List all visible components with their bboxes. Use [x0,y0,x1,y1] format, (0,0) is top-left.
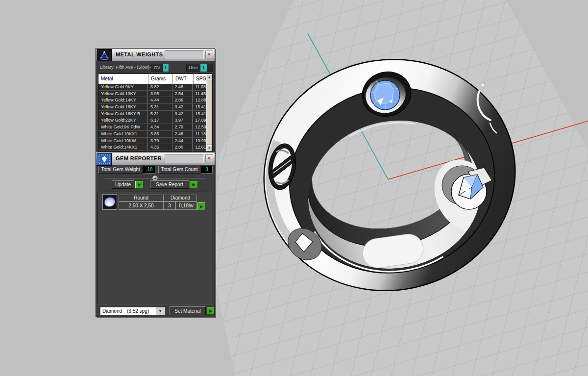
save-report-run-button[interactable]: ▶ [190,181,198,188]
user-toggle[interactable]: User I [186,64,213,72]
table-body: Yellow Gold:9KY 3.82 2.46 11.08 Yellow G… [98,84,206,151]
panel-title: GEM REPORTER [116,155,162,161]
metal-weights-panel: METAL WEIGHTS ✕ Library: Fifth Ave - (Sl… [96,48,215,153]
gem-reporter-titlebar[interactable]: GEM REPORTER ✕ [96,152,215,165]
table-row[interactable]: Yellow Gold:18KY 5.31 3.42 15.41 [98,104,206,111]
close-icon[interactable]: ✕ [205,50,213,58]
gem-reporter-icon [97,153,112,166]
close-icon[interactable]: ✕ [205,154,213,162]
metal-weights-table: Metal Grams DWT SPG Yellow Gold:9KY 3.82… [98,74,213,152]
material-dropdown[interactable]: Diamond(3,52 spg) ▼ [100,307,165,315]
table-row[interactable]: White Gold:9K PdW 4.34 2.79 12.59 [98,124,206,131]
dropdown-arrow-icon[interactable]: ▼ [156,307,164,315]
titlebar-inset [165,154,204,163]
save-report-button[interactable]: Save Report [150,180,189,189]
gem-row[interactable]: RoundDiamond 2,50 X 2,5030,18tw [119,195,197,210]
table-row[interactable]: Yellow Gold:18KY R... 5.31 3.42 15.41 [98,111,206,118]
gem-reporter-panel: GEM REPORTER ✕ Total Gem Weight ,18 Tota… [96,152,215,317]
table-row[interactable]: Yellow Gold:14KY 4.44 2.86 12.88 [98,97,206,104]
titlebar-inset [165,50,204,59]
set-material-button[interactable]: Set Material [170,306,206,315]
gv-toggle-indicator[interactable]: I [162,64,169,72]
total-gem-weight-label: Total Gem Weight [98,166,143,174]
total-gem-count-value: 3 [201,166,213,174]
column-header-dwt[interactable]: DWT [173,74,194,84]
scroll-down-icon[interactable]: ▼ [206,145,212,151]
scrollbar-thumb[interactable] [206,80,212,145]
panel-title: METAL WEIGHTS [116,51,163,57]
gem-weight: 0,18tw [175,201,197,210]
update-run-button[interactable]: ▶ [135,181,144,188]
column-header-metal[interactable]: Metal [98,74,148,84]
viewport-3d[interactable] [0,0,588,376]
table-row[interactable]: Yellow Gold:10KY 3.95 2.54 11.45 [98,91,206,98]
table-row[interactable]: White Gold:10KW 3.79 2.44 10.99 [98,138,206,145]
gem-list: RoundDiamond 2,50 X 2,5030,18tw ▶ [98,192,212,304]
table-row[interactable]: White Gold:14KX1 4.35 2.80 12.61 [98,144,206,151]
gem-row-run-button[interactable]: ▶ [197,202,205,210]
user-toggle-indicator[interactable]: I [200,64,207,72]
scroll-up-icon[interactable]: ▲ [206,74,212,80]
set-material-run-button[interactable]: ▶ [207,307,215,315]
scrollbar[interactable]: ▲ ▼ [206,74,212,151]
library-bar: Library: Fifth Ave - (Slow)-Metal GV I U… [96,61,215,74]
metal-weights-titlebar[interactable]: METAL WEIGHTS ✕ [96,49,215,61]
table-row[interactable]: Yellow Gold:22KY 6.17 3.97 17.89 [98,117,206,124]
gem-count: 3 [164,201,175,210]
material-value: Diamond [102,308,122,314]
column-header-grams[interactable]: Grams [148,74,173,84]
update-button[interactable]: Update [112,180,134,189]
gem-thumbnail[interactable] [102,194,117,210]
table-row[interactable]: Yellow Gold:9KY 3.82 2.46 11.08 [98,84,206,91]
gem-type: Diamond [164,195,197,201]
material-detail: (3,52 spg) [127,308,149,314]
gem-shape: Round [119,195,164,201]
table-row[interactable]: White Gold:14K PdW 4.96 3.19 14.37 [98,151,206,151]
total-gem-count-label: Total Gem Count [158,166,200,174]
gem-size: 2,50 X 2,50 [119,201,164,210]
scale-icon [97,49,112,62]
column-header-spg[interactable]: SPG [194,74,207,84]
application-window: METAL WEIGHTS ✕ Library: Fifth Ave - (Sl… [0,0,588,376]
table-row[interactable]: White Gold:10KX1 3.86 2.48 11.18 [98,131,206,138]
total-gem-weight-value: ,18 [143,166,155,174]
table-header: Metal Grams DWT SPG [98,74,212,84]
gv-toggle[interactable]: GV I [151,64,169,72]
